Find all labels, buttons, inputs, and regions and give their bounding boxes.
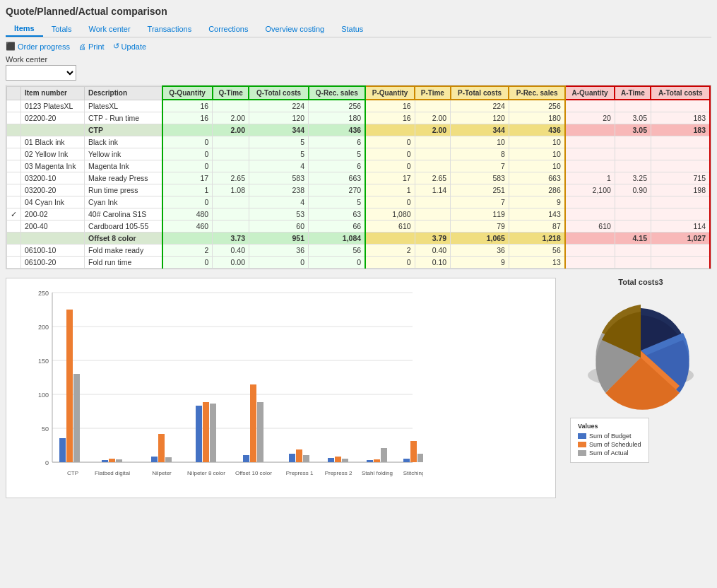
data-table: Item number Description Q-Quantity Q-Tim… <box>6 86 711 269</box>
update-icon: ↺ <box>113 42 119 51</box>
table-cell <box>615 136 651 148</box>
table-cell <box>565 208 615 220</box>
table-cell: 2 <box>162 245 213 257</box>
tab-status[interactable]: Status <box>333 21 372 37</box>
table-cell: ✓ <box>7 208 21 220</box>
table-cell: 53 <box>249 208 308 220</box>
table-cell: 436 <box>509 124 564 136</box>
table-cell <box>615 220 651 233</box>
svg-rect-23 <box>158 434 165 462</box>
table-cell <box>651 148 710 160</box>
table-cell: 0 <box>365 160 415 172</box>
legend-color-budget <box>578 433 586 439</box>
table-cell <box>415 136 451 148</box>
svg-text:CTP: CTP <box>67 470 78 476</box>
svg-text:Nilpeter: Nilpeter <box>152 470 172 476</box>
table-cell: 180 <box>509 112 564 124</box>
table-row: 0123 PlatesXLPlatesXL1622425616224256 <box>7 100 711 112</box>
table-cell: 63 <box>309 208 366 220</box>
svg-text:200: 200 <box>38 324 49 331</box>
table-cell <box>651 196 710 208</box>
table-cell: 03200-10 <box>21 172 85 184</box>
table-cell: 01 Black ink <box>21 136 85 148</box>
table-cell: 0.40 <box>415 245 451 257</box>
table-cell <box>213 220 249 233</box>
table-cell: 0 <box>365 148 415 160</box>
table-cell <box>615 160 651 172</box>
update-button[interactable]: ↺ Update <box>113 42 146 51</box>
table-row: 03200-20Run time press11.0823827011.1425… <box>7 184 711 196</box>
svg-text:Flatbed digital: Flatbed digital <box>95 470 130 476</box>
table-row: Offset 8 color3.739511,0843.791,0651,218… <box>7 233 711 245</box>
tab-transactions[interactable]: Transactions <box>139 21 201 37</box>
table-cell: 5 <box>249 136 308 148</box>
order-progress-label: Order progress <box>18 42 70 51</box>
table-cell <box>415 148 451 160</box>
legend-color-actual <box>578 450 586 456</box>
table-cell: 16 <box>365 112 415 124</box>
svg-rect-15 <box>66 310 73 462</box>
table-cell: 2,100 <box>565 184 615 196</box>
col-item-number: Item number <box>21 86 85 100</box>
table-cell: Magenta Ink <box>85 160 162 172</box>
svg-rect-18 <box>102 460 108 462</box>
table-cell: 4 <box>249 160 308 172</box>
table-cell: 143 <box>509 208 564 220</box>
tab-totals[interactable]: Totals <box>43 21 81 37</box>
table-cell <box>565 148 615 160</box>
tab-workcenter[interactable]: Work center <box>81 21 139 37</box>
tab-overview-costing[interactable]: Overview costing <box>256 21 333 37</box>
table-cell: 6 <box>309 136 366 148</box>
svg-text:Offset 10 color: Offset 10 color <box>235 470 272 476</box>
svg-rect-42 <box>367 460 373 462</box>
table-cell <box>415 208 451 220</box>
table-cell <box>651 100 710 112</box>
print-button[interactable]: 🖨 Print <box>78 42 105 51</box>
col-p-rec-sales: P-Rec. sales <box>509 86 564 100</box>
svg-rect-40 <box>342 459 348 462</box>
table-cell: 4 <box>249 196 308 208</box>
work-center-select[interactable] <box>6 65 76 81</box>
table-cell: 7 <box>451 196 509 208</box>
tab-corrections[interactable]: Corrections <box>200 21 256 37</box>
table-cell: Fold run time <box>85 257 162 269</box>
legend-label-scheduled: Sum of Scheduled <box>589 441 641 448</box>
tab-items[interactable]: Items <box>6 21 43 37</box>
table-cell: 119 <box>451 208 509 220</box>
col-a-time: A-Time <box>615 86 651 100</box>
legend-label-budget: Sum of Budget <box>589 433 632 440</box>
svg-rect-34 <box>289 454 295 462</box>
table-cell: 3.79 <box>415 233 451 245</box>
table-cell: 0 <box>162 136 213 148</box>
table-cell: 663 <box>509 172 564 184</box>
svg-rect-43 <box>374 459 380 462</box>
table-cell: 1,084 <box>309 233 366 245</box>
table-cell <box>565 124 615 136</box>
svg-rect-27 <box>203 402 209 462</box>
table-cell: 951 <box>249 233 308 245</box>
table-row: ✓200-0240# Carolina S1S48053631,08011914… <box>7 208 711 220</box>
table-cell <box>7 136 21 148</box>
table-cell: Make ready Press <box>85 172 162 184</box>
table-row: 03 Magenta InkMagenta Ink0460710 <box>7 160 711 172</box>
table-cell: 344 <box>249 124 308 136</box>
table-cell: 2.00 <box>415 124 451 136</box>
svg-rect-44 <box>381 448 387 462</box>
legend-title: Values <box>578 423 641 430</box>
table-cell <box>565 233 615 245</box>
filter-area: Work center <box>6 55 711 81</box>
toolbar: ⬛ Order progress 🖨 Print ↺ Update <box>6 42 711 51</box>
col-a-quantity: A-Quantity <box>565 86 615 100</box>
table-cell <box>565 136 615 148</box>
table-cell: 0.40 <box>213 245 249 257</box>
table-cell <box>565 257 615 269</box>
col-p-total-costs: P-Total costs <box>451 86 509 100</box>
order-progress-button[interactable]: ⬛ Order progress <box>6 42 70 51</box>
table-cell: 1 <box>365 184 415 196</box>
table-cell: 224 <box>249 100 308 112</box>
table-row: 02200-20CTP - Run time162.00120180162.00… <box>7 112 711 124</box>
table-cell: 16 <box>365 100 415 112</box>
table-cell: 0.90 <box>615 184 651 196</box>
svg-rect-20 <box>116 459 122 462</box>
table-cell: 10 <box>509 160 564 172</box>
